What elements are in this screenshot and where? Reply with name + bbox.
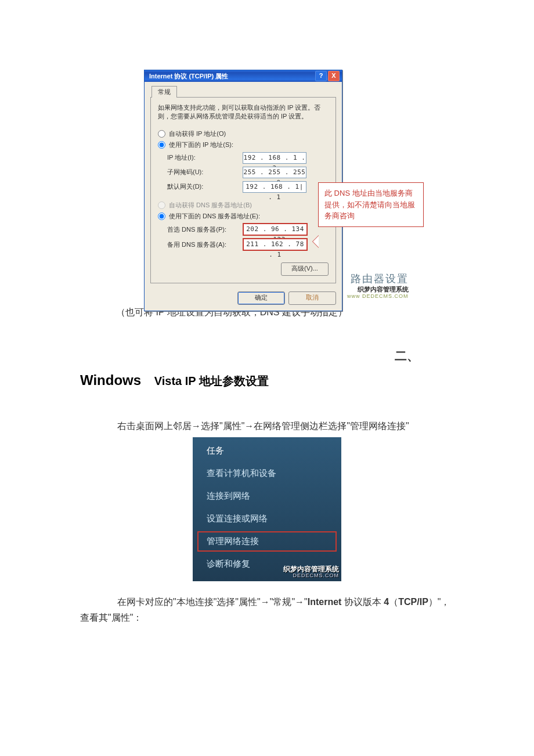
radio-manual-dns[interactable]: 使用下面的 DNS 服务器地址(E):	[158, 212, 329, 221]
input-gateway[interactable]: 192 . 168 . 1| . 1	[243, 181, 306, 193]
radio-auto-dns-input	[158, 201, 165, 209]
vista-sidebar-item[interactable]: 查看计算机和设备	[193, 462, 341, 485]
dns-callout: 此 DNS 地址由当地服务商提供，如不清楚请向当地服务商咨询	[318, 182, 424, 227]
heading-main: Windows	[80, 372, 141, 388]
label-dns2: 备用 DNS 服务器(A):	[167, 240, 243, 249]
help-button[interactable]: ?	[315, 71, 327, 81]
label-gateway: 默认网关(D):	[167, 182, 243, 191]
radio-manual-ip[interactable]: 使用下面的 IP 地址(S):	[158, 141, 329, 149]
radio-auto-dns: 自动获得 DNS 服务器地址(B)	[158, 201, 329, 210]
radio-manual-ip-label: 使用下面的 IP 地址(S):	[169, 141, 233, 149]
cancel-button[interactable]: 取消	[288, 291, 336, 305]
vista-sidebar-item[interactable]: 管理网络连接	[197, 531, 337, 552]
xp-titlebar: Internet 协议 (TCP/IP) 属性 ? X	[145, 70, 342, 82]
xp-title-text: Internet 协议 (TCP/IP) 属性	[149, 70, 228, 82]
watermark-small: 织梦内容管理系统	[347, 286, 409, 293]
radio-manual-dns-label: 使用下面的 DNS 服务器地址(E):	[169, 212, 260, 221]
radio-auto-dns-label: 自动获得 DNS 服务器地址(B)	[169, 201, 252, 210]
watermark: 路由器设置 织梦内容管理系统 www DEDECMS.COM	[347, 273, 409, 300]
input-ip[interactable]: 192 . 168 . 1 . 2	[243, 152, 306, 164]
radio-manual-ip-input[interactable]	[158, 141, 165, 149]
input-dns1[interactable]: 202 . 96 . 134 . 133	[243, 223, 308, 236]
vista-watermark-2: DEDECMS.COM	[283, 573, 339, 579]
vista-sidebar-title: 任务	[193, 443, 341, 462]
watermark-big: 路由器设置	[347, 273, 409, 286]
radio-auto-ip-label: 自动获得 IP 地址(O)	[169, 129, 226, 138]
close-button[interactable]: X	[328, 71, 340, 81]
para2-b: 协议版本	[341, 597, 384, 607]
heading-vista: Windows Vista IP 地址参数设置	[80, 372, 454, 389]
para-vista-2: 在网卡对应的"本地连接"选择"属性"→"常规"→"Internet 协议版本 4…	[80, 594, 454, 625]
label-ip: IP 地址(I):	[167, 153, 243, 162]
vista-tasks-sidebar: 任务 查看计算机和设备连接到网络设置连接或网络管理网络连接诊断和修复 织梦内容管…	[193, 437, 341, 581]
xp-description: 如果网络支持此功能，则可以获取自动指派的 IP 设置。否则，您需要从网络系统管理…	[158, 103, 329, 121]
vista-sidebar-item[interactable]: 设置连接或网络	[193, 507, 341, 530]
ok-button[interactable]: 确定	[237, 291, 285, 305]
section-two-marker: 二、	[80, 348, 454, 364]
para2-b1: Internet	[308, 597, 342, 607]
heading-sub: Vista IP 地址参数设置	[154, 375, 269, 387]
xp-dialog-window: Internet 协议 (TCP/IP) 属性 ? X 常规 如果网络支持此功能…	[144, 70, 342, 311]
tab-general[interactable]: 常规	[151, 86, 177, 98]
watermark-url: www DEDECMS.COM	[347, 293, 409, 300]
radio-auto-ip[interactable]: 自动获得 IP 地址(O)	[158, 129, 329, 138]
para2-a: 在网卡对应的"本地连接"选择"属性"→"常规"→"	[117, 597, 308, 607]
radio-auto-ip-input[interactable]	[158, 130, 165, 138]
xp-tcpip-screenshot: Internet 协议 (TCP/IP) 属性 ? X 常规 如果网络支持此功能…	[144, 70, 454, 290]
para2-b3: TCP/IP	[398, 597, 428, 607]
input-dns2[interactable]: 211 . 162 . 78 . 1	[243, 238, 308, 251]
advanced-button[interactable]: 高级(V)...	[281, 262, 329, 276]
label-dns1: 首选 DNS 服务器(P):	[167, 225, 243, 234]
input-mask[interactable]: 255 . 255 . 255 . 0	[243, 167, 306, 178]
para2-c: （	[389, 597, 398, 607]
para2-b2: 4	[384, 597, 389, 607]
label-mask: 子网掩码(U):	[167, 168, 243, 177]
para-vista-1: 右击桌面网上邻居→选择"属性"→在网络管理侧边栏选择"管理网络连接"	[80, 418, 454, 434]
radio-manual-dns-input[interactable]	[158, 213, 165, 220]
vista-sidebar-item[interactable]: 连接到网络	[193, 485, 341, 507]
vista-watermark: 织梦内容管理系统 DEDECMS.COM	[283, 566, 339, 579]
